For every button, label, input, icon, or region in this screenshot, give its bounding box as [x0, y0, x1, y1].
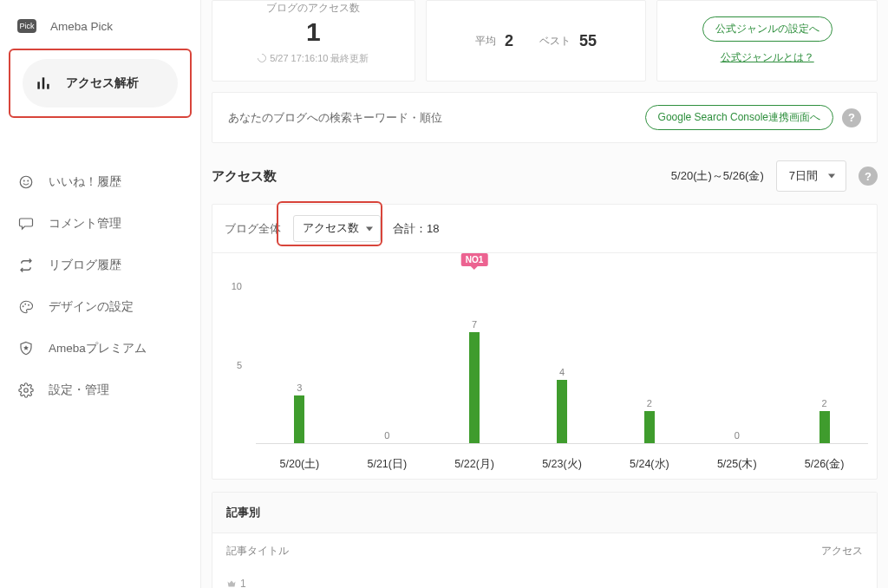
sidebar: Pick Ameba Pick アクセス解析 いいね！履歴 コメント管理 — [0, 0, 201, 588]
access-summary-label: ブログのアクセス数 — [212, 1, 415, 16]
svg-point-7 — [24, 304, 26, 305]
access-summary-updated: 5/27 17:16:10 最終更新 — [212, 52, 415, 65]
y-tick: 5 — [237, 360, 242, 370]
nav-label-likes: いいね！履歴 — [49, 174, 121, 190]
chart-bar[interactable]: 0 — [693, 269, 780, 443]
nav-label-design: デザインの設定 — [49, 299, 134, 315]
chart-bar[interactable]: 4 — [519, 269, 606, 443]
y-axis: 5 10 — [212, 269, 247, 444]
chart-total: 合計：18 — [393, 221, 439, 237]
date-range: 5/20(土)～5/26(金) — [671, 168, 764, 184]
best-value: 55 — [579, 32, 597, 50]
section-head: アクセス数 5/20(土)～5/26(金) 7日間 ? — [201, 143, 888, 204]
svg-rect-2 — [47, 84, 49, 89]
access-summary-value: 1 — [212, 17, 415, 47]
pick-badge-icon: Pick — [17, 19, 36, 33]
nav-item-reblog[interactable]: リブログ履歴 — [0, 245, 200, 286]
nav-label-analytics: アクセス解析 — [66, 75, 139, 91]
comment-icon — [17, 215, 35, 232]
svg-point-4 — [23, 180, 24, 181]
genre-card: 公式ジャンルの設定へ 公式ジャンルとは？ — [656, 0, 878, 82]
analytics-icon — [35, 75, 52, 92]
help-icon[interactable]: ? — [842, 108, 861, 127]
col-access: アクセス — [821, 544, 863, 559]
nav-item-analytics[interactable]: アクセス解析 — [23, 59, 178, 108]
nav-item-premium[interactable]: Amebaプレミアム — [0, 328, 200, 369]
bar-value-label: 2 — [822, 398, 827, 408]
table-row[interactable]: 1 4/15 16:37 43.8% 7 — [212, 569, 877, 588]
svg-rect-1 — [42, 77, 45, 88]
article-table: 記事別 記事タイトル アクセス 1 4/15 16:37 43.8% 7 — [212, 492, 878, 588]
access-summary-card: ブログのアクセス数 1 5/27 17:16:10 最終更新 — [212, 0, 415, 82]
smile-icon — [17, 173, 35, 191]
search-console-button[interactable]: Google Search Console連携画面へ — [645, 105, 833, 130]
bar — [644, 411, 655, 443]
bar — [294, 395, 304, 443]
svg-point-3 — [20, 176, 32, 188]
crown-icon — [226, 578, 237, 588]
section-title: アクセス数 — [212, 168, 277, 185]
y-tick: 10 — [232, 281, 242, 291]
nav-item-pick[interactable]: Pick Ameba Pick — [0, 7, 200, 45]
svg-point-9 — [24, 389, 29, 393]
x-axis-label: 5/21(日) — [343, 457, 431, 472]
x-axis-label: 5/26(金) — [780, 457, 868, 472]
nav-label-settings: 設定・管理 — [49, 382, 109, 398]
search-console-card: あなたのブログへの検索キーワード・順位 Google Search Consol… — [212, 92, 878, 143]
svg-rect-0 — [37, 82, 40, 88]
genre-settings-button[interactable]: 公式ジャンルの設定へ — [702, 16, 832, 42]
bar-value-label: 2 — [647, 398, 652, 408]
chart-bar[interactable]: 0 — [343, 269, 431, 443]
chart-bar[interactable]: 2 — [780, 269, 868, 443]
refresh-icon — [256, 52, 268, 64]
nav-item-comments[interactable]: コメント管理 — [0, 203, 200, 245]
bar-value-label: 4 — [559, 367, 565, 377]
palette-icon — [17, 298, 35, 316]
col-title: 記事タイトル — [226, 544, 289, 559]
best-label: ベスト — [539, 34, 571, 49]
genre-whatis-link[interactable]: 公式ジャンルとは？ — [721, 50, 814, 65]
callout-active-nav: アクセス解析 — [9, 49, 192, 118]
bar-value-label: 0 — [384, 430, 389, 441]
chart-card: ブログ全体 アクセス数 合計：18 5 10 30NO174202 5/20(土… — [212, 204, 878, 480]
no1-badge: NO1 — [461, 253, 488, 266]
nav-item-likes[interactable]: いいね！履歴 — [0, 161, 200, 203]
nav-label-comments: コメント管理 — [49, 216, 121, 232]
help-icon[interactable]: ? — [859, 167, 878, 186]
x-axis-label: 5/25(木) — [693, 457, 780, 472]
svg-point-8 — [28, 304, 29, 306]
x-axis-label: 5/24(水) — [605, 457, 693, 472]
row-rank: 1 — [226, 578, 246, 588]
nav-item-design[interactable]: デザインの設定 — [0, 286, 200, 328]
bar — [469, 332, 480, 443]
bar — [819, 411, 830, 443]
shield-icon — [17, 340, 35, 357]
bar-value-label: 7 — [472, 319, 477, 330]
bar — [557, 380, 567, 443]
x-axis-label: 5/22(月) — [431, 457, 519, 472]
x-axis-label: 5/23(火) — [519, 457, 606, 472]
bar-value-label: 3 — [297, 382, 302, 393]
x-axis-label: 5/20(土) — [256, 457, 343, 472]
chart-bar[interactable]: 3 — [256, 269, 343, 443]
blog-scope-label: ブログ全体 — [225, 221, 281, 237]
metric-select[interactable]: アクセス数 — [293, 215, 381, 242]
chart-plot: 30NO174202 — [256, 269, 868, 444]
avg-label: 平均 — [475, 34, 496, 49]
nav-label-premium: Amebaプレミアム — [49, 341, 147, 356]
gear-icon — [17, 382, 35, 399]
avg-value: 2 — [505, 32, 513, 50]
chart-bar[interactable]: 2 — [605, 269, 693, 443]
nav-label-reblog: リブログ履歴 — [49, 258, 121, 273]
search-console-label: あなたのブログへの検索キーワード・順位 — [228, 110, 442, 126]
table-section-title: 記事別 — [212, 493, 877, 533]
svg-point-6 — [23, 305, 24, 307]
nav-label-pick: Ameba Pick — [50, 20, 113, 33]
chart-bar[interactable]: NO17 — [431, 269, 519, 443]
svg-point-5 — [28, 180, 29, 181]
bar-value-label: 0 — [735, 430, 740, 441]
rank-card: 平均 2 ベスト 55 — [426, 0, 647, 82]
reblog-icon — [17, 257, 35, 274]
nav-item-settings[interactable]: 設定・管理 — [0, 369, 200, 411]
period-select[interactable]: 7日間 — [776, 160, 846, 192]
